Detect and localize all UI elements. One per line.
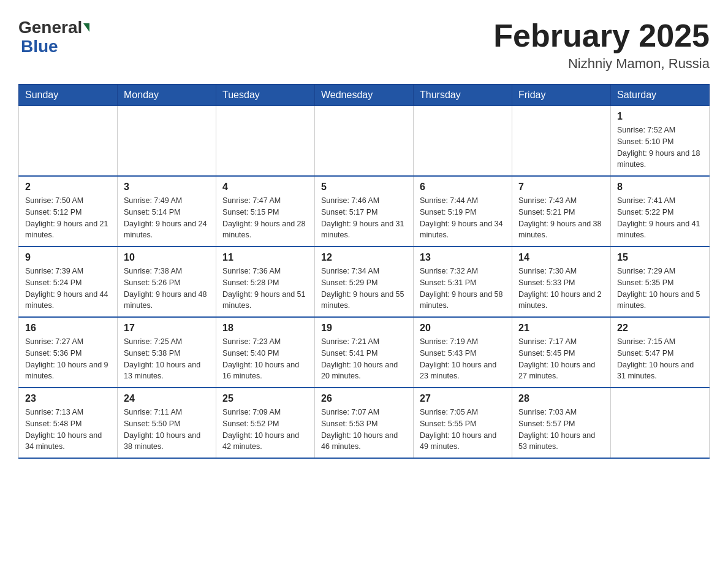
day-number: 22 (617, 323, 703, 334)
calendar-week-row: 1Sunrise: 7:52 AMSunset: 5:10 PMDaylight… (19, 106, 710, 177)
calendar-cell: 15Sunrise: 7:29 AMSunset: 5:35 PMDayligh… (611, 247, 710, 317)
day-info: Sunrise: 7:13 AMSunset: 5:48 PMDaylight:… (25, 407, 111, 453)
calendar-cell: 21Sunrise: 7:17 AMSunset: 5:45 PMDayligh… (512, 317, 611, 388)
calendar-cell: 14Sunrise: 7:30 AMSunset: 5:33 PMDayligh… (512, 247, 611, 317)
calendar-cell (315, 106, 414, 177)
calendar-cell: 6Sunrise: 7:44 AMSunset: 5:19 PMDaylight… (414, 176, 512, 247)
day-info: Sunrise: 7:43 AMSunset: 5:21 PMDaylight:… (518, 195, 604, 241)
calendar-cell: 8Sunrise: 7:41 AMSunset: 5:22 PMDaylight… (611, 176, 710, 247)
calendar-cell: 10Sunrise: 7:38 AMSunset: 5:26 PMDayligh… (118, 247, 216, 317)
day-number: 24 (124, 393, 210, 404)
calendar-table: SundayMondayTuesdayWednesdayThursdayFrid… (18, 84, 710, 459)
day-number: 20 (420, 323, 506, 334)
calendar-cell: 13Sunrise: 7:32 AMSunset: 5:31 PMDayligh… (414, 247, 512, 317)
day-info: Sunrise: 7:19 AMSunset: 5:43 PMDaylight:… (420, 336, 506, 382)
calendar-cell: 16Sunrise: 7:27 AMSunset: 5:36 PMDayligh… (19, 317, 118, 388)
calendar-cell (414, 106, 512, 177)
day-number: 23 (25, 393, 111, 404)
day-info: Sunrise: 7:41 AMSunset: 5:22 PMDaylight:… (617, 195, 703, 241)
day-info: Sunrise: 7:15 AMSunset: 5:47 PMDaylight:… (617, 336, 703, 382)
day-number: 27 (420, 393, 506, 404)
day-info: Sunrise: 7:52 AMSunset: 5:10 PMDaylight:… (617, 124, 703, 170)
day-info: Sunrise: 7:25 AMSunset: 5:38 PMDaylight:… (124, 336, 210, 382)
day-number: 2 (25, 182, 111, 193)
calendar-cell (216, 106, 315, 177)
calendar-cell: 20Sunrise: 7:19 AMSunset: 5:43 PMDayligh… (414, 317, 512, 388)
day-info: Sunrise: 7:05 AMSunset: 5:55 PMDaylight:… (420, 407, 506, 453)
weekday-header-wednesday: Wednesday (315, 85, 414, 106)
calendar-cell (611, 388, 710, 458)
day-number: 10 (124, 252, 210, 263)
weekday-header-row: SundayMondayTuesdayWednesdayThursdayFrid… (19, 85, 710, 106)
day-info: Sunrise: 7:09 AMSunset: 5:52 PMDaylight:… (222, 407, 308, 453)
calendar-cell: 3Sunrise: 7:49 AMSunset: 5:14 PMDaylight… (118, 176, 216, 247)
day-info: Sunrise: 7:30 AMSunset: 5:33 PMDaylight:… (518, 266, 604, 312)
weekday-header-thursday: Thursday (414, 85, 512, 106)
calendar-cell: 2Sunrise: 7:50 AMSunset: 5:12 PMDaylight… (19, 176, 118, 247)
day-number: 16 (25, 323, 111, 334)
day-info: Sunrise: 7:46 AMSunset: 5:17 PMDaylight:… (321, 195, 407, 241)
logo-triangle-icon (83, 23, 89, 32)
calendar-cell: 25Sunrise: 7:09 AMSunset: 5:52 PMDayligh… (216, 388, 315, 458)
calendar-week-row: 16Sunrise: 7:27 AMSunset: 5:36 PMDayligh… (19, 317, 710, 388)
title-block: February 2025 Nizhniy Mamon, Russia (493, 18, 710, 72)
calendar-cell: 27Sunrise: 7:05 AMSunset: 5:55 PMDayligh… (414, 388, 512, 458)
day-info: Sunrise: 7:11 AMSunset: 5:50 PMDaylight:… (124, 407, 210, 453)
weekday-header-saturday: Saturday (611, 85, 710, 106)
page-subtitle: Nizhniy Mamon, Russia (493, 56, 710, 72)
day-number: 11 (222, 252, 308, 263)
logo: General Blue (18, 18, 89, 56)
calendar-cell (19, 106, 118, 177)
day-number: 17 (124, 323, 210, 334)
day-number: 4 (222, 182, 308, 193)
calendar-cell: 5Sunrise: 7:46 AMSunset: 5:17 PMDaylight… (315, 176, 414, 247)
day-number: 21 (518, 323, 604, 334)
day-info: Sunrise: 7:39 AMSunset: 5:24 PMDaylight:… (25, 266, 111, 312)
day-info: Sunrise: 7:07 AMSunset: 5:53 PMDaylight:… (321, 407, 407, 453)
day-info: Sunrise: 7:38 AMSunset: 5:26 PMDaylight:… (124, 266, 210, 312)
calendar-week-row: 2Sunrise: 7:50 AMSunset: 5:12 PMDaylight… (19, 176, 710, 247)
day-number: 19 (321, 323, 407, 334)
calendar-cell: 19Sunrise: 7:21 AMSunset: 5:41 PMDayligh… (315, 317, 414, 388)
calendar-cell: 17Sunrise: 7:25 AMSunset: 5:38 PMDayligh… (118, 317, 216, 388)
calendar-cell: 4Sunrise: 7:47 AMSunset: 5:15 PMDaylight… (216, 176, 315, 247)
day-number: 7 (518, 182, 604, 193)
day-info: Sunrise: 7:36 AMSunset: 5:28 PMDaylight:… (222, 266, 308, 312)
calendar-cell (512, 106, 611, 177)
day-number: 26 (321, 393, 407, 404)
day-number: 28 (518, 393, 604, 404)
day-number: 1 (617, 111, 703, 122)
day-info: Sunrise: 7:44 AMSunset: 5:19 PMDaylight:… (420, 195, 506, 241)
day-number: 25 (222, 393, 308, 404)
day-number: 8 (617, 182, 703, 193)
day-number: 14 (518, 252, 604, 263)
calendar-cell: 28Sunrise: 7:03 AMSunset: 5:57 PMDayligh… (512, 388, 611, 458)
calendar-body: 1Sunrise: 7:52 AMSunset: 5:10 PMDaylight… (19, 106, 710, 459)
calendar-week-row: 23Sunrise: 7:13 AMSunset: 5:48 PMDayligh… (19, 388, 710, 458)
day-number: 13 (420, 252, 506, 263)
day-number: 18 (222, 323, 308, 334)
weekday-header-sunday: Sunday (19, 85, 118, 106)
calendar-cell: 22Sunrise: 7:15 AMSunset: 5:47 PMDayligh… (611, 317, 710, 388)
day-number: 5 (321, 182, 407, 193)
calendar-cell: 12Sunrise: 7:34 AMSunset: 5:29 PMDayligh… (315, 247, 414, 317)
day-number: 6 (420, 182, 506, 193)
day-info: Sunrise: 7:21 AMSunset: 5:41 PMDaylight:… (321, 336, 407, 382)
calendar-cell: 7Sunrise: 7:43 AMSunset: 5:21 PMDaylight… (512, 176, 611, 247)
logo-general-text: General (18, 18, 82, 37)
day-info: Sunrise: 7:34 AMSunset: 5:29 PMDaylight:… (321, 266, 407, 312)
day-info: Sunrise: 7:32 AMSunset: 5:31 PMDaylight:… (420, 266, 506, 312)
day-number: 9 (25, 252, 111, 263)
calendar-cell: 18Sunrise: 7:23 AMSunset: 5:40 PMDayligh… (216, 317, 315, 388)
calendar-cell: 24Sunrise: 7:11 AMSunset: 5:50 PMDayligh… (118, 388, 216, 458)
day-info: Sunrise: 7:50 AMSunset: 5:12 PMDaylight:… (25, 195, 111, 241)
day-info: Sunrise: 7:29 AMSunset: 5:35 PMDaylight:… (617, 266, 703, 312)
day-info: Sunrise: 7:17 AMSunset: 5:45 PMDaylight:… (518, 336, 604, 382)
day-info: Sunrise: 7:47 AMSunset: 5:15 PMDaylight:… (222, 195, 308, 241)
calendar-cell: 26Sunrise: 7:07 AMSunset: 5:53 PMDayligh… (315, 388, 414, 458)
calendar-cell: 11Sunrise: 7:36 AMSunset: 5:28 PMDayligh… (216, 247, 315, 317)
page-header: General Blue February 2025 Nizhniy Mamon… (18, 18, 710, 72)
calendar-cell: 1Sunrise: 7:52 AMSunset: 5:10 PMDaylight… (611, 106, 710, 177)
day-info: Sunrise: 7:23 AMSunset: 5:40 PMDaylight:… (222, 336, 308, 382)
weekday-header-monday: Monday (118, 85, 216, 106)
